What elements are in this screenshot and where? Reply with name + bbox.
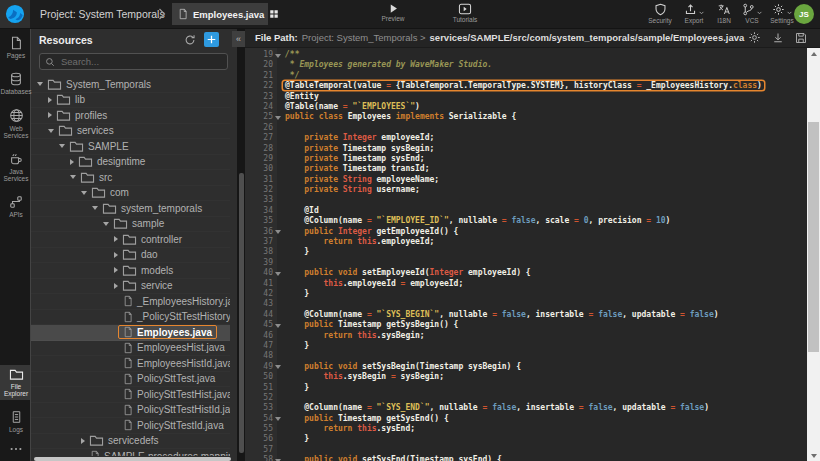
search-input[interactable]: [59, 55, 222, 68]
tree-folder-sample[interactable]: sample: [31, 217, 230, 233]
fold-arrow-icon[interactable]: [275, 324, 281, 328]
rail-item-logs[interactable]: Logs: [0, 407, 30, 436]
fold-arrow-icon[interactable]: [275, 54, 281, 58]
code-line-33[interactable]: 33: [245, 195, 807, 205]
code-line-29[interactable]: 29 private Timestamp sysEnd;: [245, 154, 807, 164]
code-line-35[interactable]: 35 @Column(name = "`EMPLOYEE_ID`", nulla…: [245, 216, 807, 226]
panel-editor-divider[interactable]: [237, 28, 245, 461]
code-line-36[interactable]: 36 public Integer getEmployeeId() {: [245, 227, 807, 237]
tree-folder-controller[interactable]: controller: [31, 232, 230, 248]
grid-icon[interactable]: [269, 9, 279, 19]
editor-scrollbar-thumb[interactable]: [808, 122, 819, 352]
tree-collapse-arrow[interactable]: [70, 175, 76, 179]
preview-button[interactable]: Preview: [369, 3, 417, 22]
code-line-24[interactable]: 24@Table(name = "`EMPLOYEES`"): [245, 102, 807, 112]
fold-arrow-icon[interactable]: [275, 365, 281, 369]
refresh-icon[interactable]: [184, 34, 196, 46]
tree-expand-arrow[interactable]: [114, 252, 118, 258]
code-line-54[interactable]: 54 public Timestamp getSysEnd() {: [245, 414, 807, 424]
rail-item-apis[interactable]: APIs: [0, 192, 30, 221]
fold-arrow-icon[interactable]: [275, 230, 281, 234]
resources-search[interactable]: [39, 53, 228, 70]
code-line-56[interactable]: 56 }: [245, 434, 807, 444]
code-line-40[interactable]: 40 public void setEmployeeId(Integer emp…: [245, 268, 807, 278]
code-line-27[interactable]: 27 private Integer employeeId;: [245, 133, 807, 143]
code-line-20[interactable]: 20 * Employees generated by WaveMaker St…: [245, 60, 807, 70]
security-button[interactable]: Security: [643, 3, 677, 24]
rail-item-pages[interactable]: Pages: [0, 33, 30, 62]
tree-file-_EmployeesHistory.java[interactable]: _EmployeesHistory.java: [31, 294, 230, 310]
tree-horizontal-scrollbar[interactable]: [34, 457, 231, 461]
tree-folder-dao[interactable]: dao: [31, 248, 230, 264]
code-line-48[interactable]: 48: [245, 351, 807, 361]
fold-arrow-icon[interactable]: [275, 116, 281, 120]
tree-collapse-arrow[interactable]: [59, 144, 65, 148]
code-line-38[interactable]: 38 }: [245, 247, 807, 257]
code-line-22[interactable]: 22@TableTemporal(value = {TableTemporal.…: [245, 81, 807, 91]
code-line-50[interactable]: 50 this.sysBegin = sysBegin;: [245, 372, 807, 382]
code-line-45[interactable]: 45 public Timestamp getSysBegin() {: [245, 320, 807, 330]
tree-file-Employees.java[interactable]: Employees.java: [31, 325, 230, 341]
tree-expand-arrow[interactable]: [114, 236, 118, 242]
code-line-47[interactable]: 47 }: [245, 341, 807, 351]
code-line-32[interactable]: 32 private String username;: [245, 185, 807, 195]
code-line-44[interactable]: 44 @Column(name = "`SYS_BEGIN`", nullabl…: [245, 310, 807, 320]
tree-folder-com[interactable]: com: [31, 186, 230, 202]
user-avatar[interactable]: JS: [794, 4, 814, 24]
save-file-icon[interactable]: [795, 32, 807, 44]
tree-file-_PolicySttTestHistory.java[interactable]: _PolicySttTestHistory.java: [31, 310, 230, 326]
tree-expand-arrow[interactable]: [114, 267, 118, 273]
tree-folder-designtime[interactable]: designtime: [31, 155, 230, 171]
add-resource-button[interactable]: [204, 32, 219, 47]
tree-collapse-arrow[interactable]: [48, 129, 54, 133]
rail-item-databases[interactable]: Databases: [0, 69, 30, 98]
tree-folder-profiles[interactable]: profiles: [31, 108, 230, 124]
rail-item-more[interactable]: [0, 443, 30, 455]
scroll-down-arrow[interactable]: [807, 450, 820, 461]
tree-file-PolicySttTestHist.java[interactable]: PolicySttTestHist.java: [31, 387, 230, 403]
code-line-41[interactable]: 41 this.employeeId = employeeId;: [245, 279, 807, 289]
open-file-tab[interactable]: Employees.java: [172, 3, 268, 25]
tree-file-PolicySttTest.java[interactable]: PolicySttTest.java: [31, 372, 230, 388]
fold-arrow-icon[interactable]: [275, 272, 281, 276]
tree-folder-service[interactable]: service: [31, 279, 230, 295]
tree-expand-arrow[interactable]: [70, 159, 74, 165]
code-line-21[interactable]: 21 */: [245, 71, 807, 81]
tree-expand-arrow[interactable]: [48, 112, 52, 118]
tree-expand-arrow[interactable]: [48, 97, 52, 103]
tree-expand-arrow[interactable]: [114, 283, 118, 289]
tree-vertical-scrollbar[interactable]: [239, 173, 244, 453]
code-line-30[interactable]: 30 private Timestamp transId;: [245, 164, 807, 174]
tree-folder-system_temporals[interactable]: system_temporals: [31, 201, 230, 217]
fold-arrow-icon[interactable]: [275, 417, 281, 421]
tree-file-SAMPLE-procedures.mappings.json[interactable]: SAMPLE-procedures.mappings.json: [31, 449, 230, 456]
tree-folder-models[interactable]: models: [31, 263, 230, 279]
tree-folder-lib[interactable]: lib: [31, 93, 230, 109]
tree-file-EmployeesHist.java[interactable]: EmployeesHist.java: [31, 341, 230, 357]
file-settings-icon[interactable]: [748, 31, 761, 44]
tree-folder-SAMPLE[interactable]: SAMPLE: [31, 139, 230, 155]
editor-scrollbar[interactable]: [807, 48, 820, 461]
tree-folder-System_Temporals[interactable]: System_Temporals: [31, 77, 230, 93]
code-line-28[interactable]: 28 private Timestamp sysBegin;: [245, 144, 807, 154]
code-line-49[interactable]: 49 public void setSysBegin(Timestamp sys…: [245, 362, 807, 372]
vcs-button[interactable]: VCS: [735, 3, 769, 24]
code-line-52[interactable]: 52: [245, 393, 807, 403]
export-button[interactable]: Export: [677, 3, 711, 24]
code-line-23[interactable]: 23@Entity: [245, 92, 807, 102]
tree-file-PolicySttTestId.java[interactable]: PolicySttTestId.java: [31, 418, 230, 434]
code-line-39[interactable]: 39: [245, 258, 807, 268]
code-line-46[interactable]: 46 return this.sysBegin;: [245, 331, 807, 341]
code-line-55[interactable]: 55 return this.sysEnd;: [245, 424, 807, 434]
rail-item-web-services[interactable]: Web Services: [0, 105, 30, 142]
code-line-42[interactable]: 42 }: [245, 289, 807, 299]
tree-collapse-arrow[interactable]: [92, 206, 98, 210]
code-line-26[interactable]: 26: [245, 123, 807, 133]
tree-collapse-arrow[interactable]: [81, 191, 87, 195]
tutorials-button[interactable]: Tutorials: [441, 3, 489, 23]
code-line-19[interactable]: 19/**: [245, 50, 807, 60]
code-line-51[interactable]: 51 }: [245, 383, 807, 393]
code-line-31[interactable]: 31 private String employeeName;: [245, 175, 807, 185]
tree-folder-services[interactable]: services: [31, 124, 230, 140]
download-file-icon[interactable]: [772, 32, 784, 44]
